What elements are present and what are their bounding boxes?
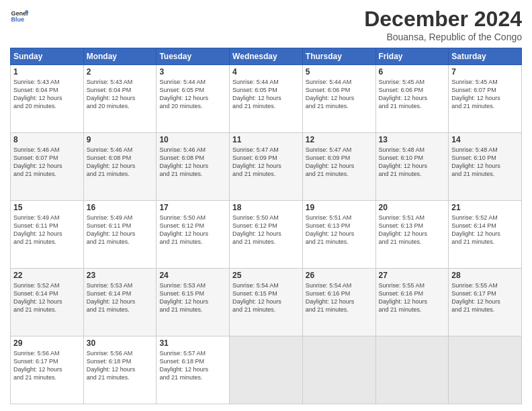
- table-row: 15Sunrise: 5:49 AM Sunset: 6:11 PM Dayli…: [11, 201, 84, 269]
- day-info: Sunrise: 5:51 AM Sunset: 6:13 PM Dayligh…: [379, 214, 446, 246]
- col-saturday: Saturday: [449, 48, 522, 65]
- table-row: 4Sunrise: 5:44 AM Sunset: 6:05 PM Daylig…: [230, 65, 303, 133]
- day-info: Sunrise: 5:52 AM Sunset: 6:14 PM Dayligh…: [451, 214, 519, 246]
- day-info: Sunrise: 5:52 AM Sunset: 6:14 PM Dayligh…: [13, 281, 81, 314]
- table-row: 19Sunrise: 5:51 AM Sunset: 6:13 PM Dayli…: [302, 201, 375, 269]
- day-info: Sunrise: 5:50 AM Sunset: 6:12 PM Dayligh…: [159, 214, 226, 246]
- day-info: Sunrise: 5:55 AM Sunset: 6:17 PM Dayligh…: [451, 281, 519, 314]
- table-row: 17Sunrise: 5:50 AM Sunset: 6:12 PM Dayli…: [157, 201, 230, 269]
- col-friday: Friday: [375, 48, 449, 65]
- day-info: Sunrise: 5:55 AM Sunset: 6:16 PM Dayligh…: [379, 281, 446, 314]
- day-number: 12: [306, 135, 373, 144]
- table-row: 24Sunrise: 5:53 AM Sunset: 6:15 PM Dayli…: [157, 269, 230, 336]
- day-info: Sunrise: 5:44 AM Sunset: 6:05 PM Dayligh…: [232, 78, 300, 111]
- day-info: Sunrise: 5:45 AM Sunset: 6:07 PM Dayligh…: [451, 78, 519, 111]
- calendar-week-row: 15Sunrise: 5:49 AM Sunset: 6:11 PM Dayli…: [11, 201, 522, 269]
- table-row: 9Sunrise: 5:46 AM Sunset: 6:08 PM Daylig…: [83, 133, 157, 201]
- day-number: 15: [13, 203, 81, 212]
- table-row: 14Sunrise: 5:48 AM Sunset: 6:10 PM Dayli…: [449, 133, 522, 201]
- page: General Blue December 2024 Bouansa, Repu…: [0, 0, 532, 411]
- day-number: 25: [232, 271, 300, 280]
- day-number: 18: [232, 203, 300, 212]
- day-info: Sunrise: 5:50 AM Sunset: 6:12 PM Dayligh…: [232, 214, 300, 246]
- day-number: 29: [13, 338, 81, 348]
- table-row: [375, 336, 449, 404]
- day-info: Sunrise: 5:46 AM Sunset: 6:08 PM Dayligh…: [87, 146, 154, 179]
- day-info: Sunrise: 5:43 AM Sunset: 6:04 PM Dayligh…: [87, 78, 154, 111]
- day-number: 31: [159, 338, 226, 348]
- day-number: 10: [159, 135, 226, 144]
- day-number: 14: [451, 135, 519, 144]
- day-number: 6: [379, 67, 446, 77]
- day-number: 26: [306, 271, 373, 280]
- day-info: Sunrise: 5:48 AM Sunset: 6:10 PM Dayligh…: [379, 146, 446, 179]
- day-number: 9: [87, 135, 154, 144]
- day-number: 27: [379, 271, 446, 280]
- table-row: 31Sunrise: 5:57 AM Sunset: 6:18 PM Dayli…: [157, 336, 230, 404]
- table-row: 1Sunrise: 5:43 AM Sunset: 6:04 PM Daylig…: [11, 65, 84, 133]
- table-row: 5Sunrise: 5:44 AM Sunset: 6:06 PM Daylig…: [302, 65, 375, 133]
- svg-text:Blue: Blue: [11, 16, 24, 23]
- table-row: 27Sunrise: 5:55 AM Sunset: 6:16 PM Dayli…: [375, 269, 449, 336]
- calendar-table: Sunday Monday Tuesday Wednesday Thursday…: [10, 48, 522, 404]
- day-info: Sunrise: 5:45 AM Sunset: 6:06 PM Dayligh…: [379, 78, 446, 111]
- day-number: 13: [379, 135, 446, 144]
- table-row: 30Sunrise: 5:56 AM Sunset: 6:18 PM Dayli…: [83, 336, 157, 404]
- table-row: [449, 336, 522, 404]
- day-info: Sunrise: 5:56 AM Sunset: 6:18 PM Dayligh…: [87, 349, 154, 382]
- table-row: 26Sunrise: 5:54 AM Sunset: 6:16 PM Dayli…: [302, 269, 375, 336]
- table-row: 12Sunrise: 5:47 AM Sunset: 6:09 PM Dayli…: [302, 133, 375, 201]
- subtitle: Bouansa, Republic of the Congo: [364, 32, 522, 42]
- day-info: Sunrise: 5:56 AM Sunset: 6:17 PM Dayligh…: [13, 349, 81, 382]
- table-row: 23Sunrise: 5:53 AM Sunset: 6:14 PM Dayli…: [83, 269, 157, 336]
- main-title: December 2024: [364, 7, 522, 32]
- day-number: 8: [13, 135, 81, 144]
- table-row: [230, 336, 303, 404]
- table-row: 3Sunrise: 5:44 AM Sunset: 6:05 PM Daylig…: [157, 65, 230, 133]
- day-number: 17: [159, 203, 226, 212]
- logo: General Blue: [10, 7, 29, 26]
- table-row: 10Sunrise: 5:46 AM Sunset: 6:08 PM Dayli…: [157, 133, 230, 201]
- day-number: 20: [379, 203, 446, 212]
- day-number: 1: [13, 67, 81, 77]
- table-row: 25Sunrise: 5:54 AM Sunset: 6:15 PM Dayli…: [230, 269, 303, 336]
- table-row: 7Sunrise: 5:45 AM Sunset: 6:07 PM Daylig…: [449, 65, 522, 133]
- table-row: [302, 336, 375, 404]
- day-info: Sunrise: 5:47 AM Sunset: 6:09 PM Dayligh…: [232, 146, 300, 179]
- table-row: 11Sunrise: 5:47 AM Sunset: 6:09 PM Dayli…: [230, 133, 303, 201]
- day-number: 28: [451, 271, 519, 280]
- day-number: 11: [232, 135, 300, 144]
- header: General Blue December 2024 Bouansa, Repu…: [10, 7, 522, 42]
- day-number: 24: [159, 271, 226, 280]
- col-thursday: Thursday: [302, 48, 375, 65]
- table-row: 8Sunrise: 5:46 AM Sunset: 6:07 PM Daylig…: [11, 133, 84, 201]
- day-info: Sunrise: 5:53 AM Sunset: 6:14 PM Dayligh…: [87, 281, 154, 314]
- day-info: Sunrise: 5:49 AM Sunset: 6:11 PM Dayligh…: [87, 214, 154, 246]
- day-number: 22: [13, 271, 81, 280]
- day-info: Sunrise: 5:44 AM Sunset: 6:05 PM Dayligh…: [159, 78, 226, 111]
- day-number: 3: [159, 67, 226, 77]
- day-number: 16: [87, 203, 154, 212]
- table-row: 20Sunrise: 5:51 AM Sunset: 6:13 PM Dayli…: [375, 201, 449, 269]
- day-number: 19: [306, 203, 373, 212]
- day-number: 30: [87, 338, 154, 348]
- calendar-week-row: 22Sunrise: 5:52 AM Sunset: 6:14 PM Dayli…: [11, 269, 522, 336]
- calendar-week-row: 29Sunrise: 5:56 AM Sunset: 6:17 PM Dayli…: [11, 336, 522, 404]
- day-info: Sunrise: 5:54 AM Sunset: 6:16 PM Dayligh…: [306, 281, 373, 314]
- col-monday: Monday: [83, 48, 157, 65]
- day-info: Sunrise: 5:43 AM Sunset: 6:04 PM Dayligh…: [13, 78, 81, 111]
- col-tuesday: Tuesday: [157, 48, 230, 65]
- day-number: 2: [87, 67, 154, 77]
- day-number: 5: [306, 67, 373, 77]
- table-row: 21Sunrise: 5:52 AM Sunset: 6:14 PM Dayli…: [449, 201, 522, 269]
- logo-icon: General Blue: [10, 7, 29, 26]
- col-wednesday: Wednesday: [230, 48, 303, 65]
- day-info: Sunrise: 5:54 AM Sunset: 6:15 PM Dayligh…: [232, 281, 300, 314]
- table-row: 28Sunrise: 5:55 AM Sunset: 6:17 PM Dayli…: [449, 269, 522, 336]
- day-info: Sunrise: 5:53 AM Sunset: 6:15 PM Dayligh…: [159, 281, 226, 314]
- calendar-week-row: 8Sunrise: 5:46 AM Sunset: 6:07 PM Daylig…: [11, 133, 522, 201]
- day-info: Sunrise: 5:48 AM Sunset: 6:10 PM Dayligh…: [451, 146, 519, 179]
- day-number: 4: [232, 67, 300, 77]
- day-info: Sunrise: 5:49 AM Sunset: 6:11 PM Dayligh…: [13, 214, 81, 246]
- day-number: 7: [451, 67, 519, 77]
